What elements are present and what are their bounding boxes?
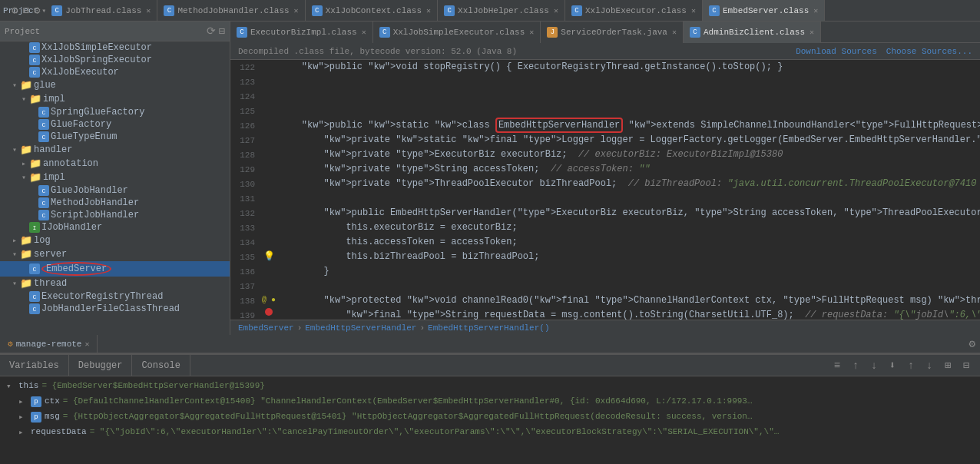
choose-sources-link[interactable]: Choose Sources... bbox=[886, 47, 972, 56]
sidebar-item-7[interactable]: CGlueTypeEnum bbox=[0, 131, 230, 143]
node-label-19: ExecutorRegistryThread bbox=[41, 291, 163, 302]
second-tab-close-0[interactable]: ✕ bbox=[362, 28, 366, 37]
toolbar-btn-2[interactable]: ↓ bbox=[866, 358, 882, 373]
toolbar-btn-6[interactable]: ⊞ bbox=[940, 358, 955, 373]
toolbar-btn-4[interactable]: ↑ bbox=[903, 358, 919, 373]
node-icon-8: 📁 bbox=[20, 144, 32, 156]
node-label-5: SpringGlueFactory bbox=[51, 107, 144, 118]
second-tab-label-0: ExecutorBizImpl.class bbox=[250, 28, 357, 37]
manage-gear-icon[interactable]: ⚙ bbox=[969, 337, 975, 350]
debug-expand-0[interactable]: ▾ bbox=[6, 381, 18, 391]
debug-expand-2[interactable]: ▸ bbox=[18, 412, 31, 422]
breadcrumb-part-1[interactable]: EmbedHttpServerHandler bbox=[305, 323, 416, 333]
line-code-6: "kw">private "type">ExecutorBiz executor… bbox=[276, 147, 980, 161]
toolbar-btn-3[interactable]: ⬇ bbox=[885, 358, 900, 373]
line-code-16: "kw">protected "kw">void channelRead0("k… bbox=[276, 293, 980, 307]
node-icon-6: C bbox=[38, 119, 49, 130]
node-label-3: glue bbox=[34, 80, 56, 91]
top-tab-4[interactable]: CXxlJobExecutor.class✕ bbox=[565, 0, 703, 22]
second-tab-0[interactable]: CExecutorBizImpl.class✕ bbox=[230, 22, 373, 43]
sidebar-item-14[interactable]: IIJobHandler bbox=[0, 221, 230, 234]
bottom-tab-1[interactable]: Debugger bbox=[69, 355, 133, 376]
top-tab-5[interactable]: CEmbedServer.class✕ bbox=[703, 0, 825, 22]
sidebar-item-6[interactable]: CGlueFactory bbox=[0, 118, 230, 131]
sidebar-item-8[interactable]: ▾📁handler bbox=[0, 143, 230, 157]
debug-content: ▾this= {EmbedServer$EmbedHttpServerHandl… bbox=[0, 376, 980, 464]
debug-var-value-2: = {HttpObjectAggregator$AggregatedFullHt… bbox=[63, 412, 754, 421]
sidebar-item-17[interactable]: CEmbedServer bbox=[0, 261, 230, 277]
sidebar-item-20[interactable]: CJobHandlerFileClassThread bbox=[0, 303, 230, 315]
top-tab-1[interactable]: CMethodJobHandler.class✕ bbox=[157, 0, 305, 22]
second-tab-close-2[interactable]: ✕ bbox=[672, 28, 677, 37]
toolbar-btn-0[interactable]: ≡ bbox=[829, 358, 845, 373]
node-label-4: impl bbox=[43, 94, 65, 104]
sidebar-item-15[interactable]: ▸📁log bbox=[0, 234, 230, 247]
debug-row-1: ▸pctx= {DefaultChannelHandlerContext@154… bbox=[0, 395, 980, 410]
second-tab-2[interactable]: JServiceOrderTask.java✕ bbox=[541, 22, 684, 43]
node-icon-11: C bbox=[38, 185, 49, 196]
tab-close-0[interactable]: ✕ bbox=[146, 6, 151, 15]
sidebar-item-10[interactable]: ▾📁impl bbox=[0, 171, 230, 184]
sidebar-item-4[interactable]: ▾📁impl bbox=[0, 92, 230, 106]
sidebar-header-icons: ⟳ ⊟ bbox=[207, 25, 225, 38]
debug-expand-1[interactable]: ▸ bbox=[18, 396, 31, 406]
second-tab-label-1: XxlJobSimpleExecutor.class bbox=[393, 28, 525, 37]
sidebar-item-9[interactable]: ▸📁annotation bbox=[0, 157, 230, 171]
sidebar-item-13[interactable]: CScriptJobHandler bbox=[0, 209, 230, 221]
second-tab-close-1[interactable]: ✕ bbox=[529, 28, 534, 37]
manage-remote-close[interactable]: ✕ bbox=[84, 340, 89, 349]
arrow-18: ▾ bbox=[9, 279, 20, 288]
sync-icon[interactable]: ⟳ bbox=[207, 25, 216, 38]
top-tab-2[interactable]: CXxlJobContext.class✕ bbox=[306, 0, 438, 22]
tab-close-1[interactable]: ✕ bbox=[294, 6, 299, 15]
toolbar-btn-7[interactable]: ⊟ bbox=[958, 358, 974, 373]
settings-icon[interactable]: ⚙ bbox=[12, 4, 18, 17]
node-icon-12: C bbox=[38, 197, 49, 208]
second-tab-3[interactable]: CAdminBizClient.class✕ bbox=[684, 22, 821, 43]
node-label-9: annotation bbox=[43, 158, 98, 169]
collapse-icon[interactable]: ⊟ bbox=[219, 25, 225, 38]
sidebar-item-2[interactable]: CXxlJobExecutor bbox=[0, 66, 230, 78]
sidebar-item-18[interactable]: ▾📁thread bbox=[0, 277, 230, 290]
arrow-16: ▾ bbox=[9, 250, 20, 259]
toolbar-btn-1[interactable]: ↑ bbox=[848, 358, 863, 373]
node-label-0: XxlJobSimpleExecutor bbox=[41, 42, 152, 53]
sidebar-item-5[interactable]: CSpringGlueFactory bbox=[0, 106, 230, 118]
line-code-17: "kw">final "type">String requestData = m… bbox=[276, 308, 980, 320]
code-line-8: 130 "kw">private "type">ThreadPoolExecut… bbox=[230, 177, 980, 191]
toolbar-btn-5[interactable]: ↓ bbox=[922, 358, 937, 373]
manage-remote-tab[interactable]: ⚙ manage-remote ✕ bbox=[0, 335, 98, 353]
tab-close-3[interactable]: ✕ bbox=[554, 6, 558, 15]
tab-close-2[interactable]: ✕ bbox=[426, 6, 431, 15]
sidebar-item-1[interactable]: CXxlJobSpringExecutor bbox=[0, 54, 230, 66]
sidebar-item-0[interactable]: CXxlJobSimpleExecutor bbox=[0, 41, 230, 54]
sidebar-item-16[interactable]: ▾📁server bbox=[0, 247, 230, 261]
top-tab-3[interactable]: CXxlJobHelper.class✕ bbox=[438, 0, 565, 22]
bottom-tab-2[interactable]: Console bbox=[132, 355, 190, 376]
node-icon-3: 📁 bbox=[20, 79, 32, 91]
download-sources-link[interactable]: Download Sources bbox=[796, 47, 877, 56]
second-tab-1[interactable]: CXxlJobSimpleExecutor.class✕ bbox=[373, 22, 541, 43]
tab-close-5[interactable]: ✕ bbox=[813, 6, 818, 15]
sidebar-item-19[interactable]: CExecutorRegistryThread bbox=[0, 290, 230, 303]
breadcrumb-part-2[interactable]: EmbedHttpServerHandler() bbox=[428, 323, 549, 333]
sidebar-item-11[interactable]: CGlueJobHandler bbox=[0, 184, 230, 197]
code-content[interactable]: 122 "kw">public "kw">void stopRegistry()… bbox=[230, 60, 980, 320]
node-icon-10: 📁 bbox=[29, 171, 41, 184]
second-tab-close-3[interactable]: ✕ bbox=[809, 28, 814, 37]
top-tab-0[interactable]: CJobThread.class✕ bbox=[45, 0, 157, 22]
sidebar-item-12[interactable]: CMethodJobHandler bbox=[0, 197, 230, 209]
node-label-13: ScriptJobHandler bbox=[51, 210, 139, 220]
tab-close-4[interactable]: ✕ bbox=[691, 6, 696, 15]
layout-icon[interactable]: ⊟ bbox=[22, 4, 28, 17]
sidebar-title: Project bbox=[5, 27, 40, 36]
bottom-tab-0[interactable]: Variables bbox=[0, 355, 69, 376]
sidebar-icons[interactable]: ⚙ ⊟ ⚙ bbox=[6, 4, 45, 17]
debug-expand-3[interactable]: ▸ bbox=[18, 427, 31, 437]
node-icon-5: C bbox=[38, 107, 49, 118]
node-icon-13: C bbox=[38, 210, 49, 220]
node-label-10: impl bbox=[43, 172, 65, 183]
sidebar-item-3[interactable]: ▾📁glue bbox=[0, 78, 230, 92]
breadcrumb-part-0[interactable]: EmbedServer bbox=[238, 323, 294, 333]
settings2-icon[interactable]: ⚙ bbox=[34, 4, 40, 17]
